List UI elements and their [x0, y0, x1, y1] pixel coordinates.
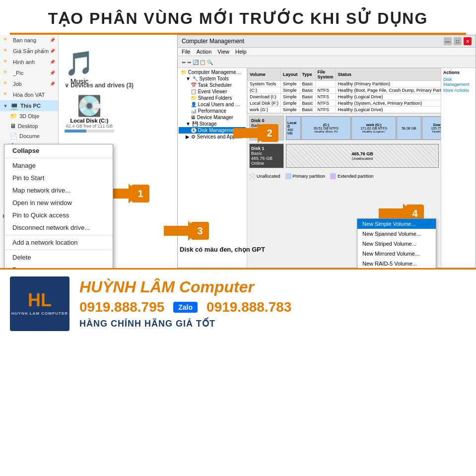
arrow1-badge: 1 [132, 185, 149, 203]
pin-icon: 📌 [50, 81, 55, 86]
cm-separator2 [4, 235, 113, 235]
disk1-label: Disk 1 Basic 465.76 GB Online [249, 143, 284, 168]
col-filesystem: File System [315, 68, 336, 81]
star-icon: ★ [3, 47, 11, 55]
pin-icon: 📌 [50, 49, 55, 54]
tree-item-shared-folders[interactable]: 📁 Shared Folders [179, 95, 246, 101]
arrow2-badge: 2 [261, 124, 278, 142]
cm-item-addnetworklocation[interactable]: Add a network location [4, 236, 113, 249]
menu-file[interactable]: File [182, 49, 191, 55]
cm-item-delete[interactable]: Delete [4, 251, 113, 264]
music-folder-icon: 🎵 [65, 50, 94, 77]
tree-item-device-manager[interactable]: 🖥 Device Manager [179, 114, 246, 121]
disk0-part-download[interactable]: Download (I:) 135.75 GB NTFS Healthy (Lo… [422, 116, 441, 140]
cm-item-pintostart[interactable]: Pin to Start [4, 172, 113, 184]
star-icon: ★ [3, 91, 11, 99]
page-title: TẠO PHÂN VÙNG MỚI TRƯỚC KHI SỬ DỤNG [0, 0, 476, 33]
csm-item-newstriped[interactable]: New Striped Volume... [357, 239, 436, 249]
extended-legend-icon [330, 173, 336, 179]
action-disk-management[interactable]: Disk Management [443, 77, 474, 87]
bottom-banner: HL HUYNH LAM COMPUTER HUỲNH LÂM Computer… [0, 268, 476, 338]
cm-item-collapse[interactable]: Collapse [4, 144, 113, 157]
menu-action[interactable]: Action [197, 49, 212, 55]
cm-separator3 [4, 250, 113, 250]
disk0-part-small[interactable]: 58.38 GB [397, 116, 421, 140]
company-logo: HL HUYNH LAM COMPUTER [10, 276, 69, 331]
folder-icon: 📁 [10, 113, 17, 120]
table-row: Local Disk (F:) Simple Basic NTFS Health… [248, 100, 441, 107]
legend-unallocated: Unallocated [257, 174, 280, 179]
disk0-part-locald[interactable]: Local D 480 MB [286, 116, 301, 140]
csm-item-newspanned[interactable]: New Spanned Volume... [357, 229, 436, 239]
arrow2-container: 2 [233, 123, 286, 143]
pin-icon: 📌 [50, 38, 55, 43]
minimize-button[interactable]: — [444, 37, 452, 45]
banner-info: HUỲNH LÂM Computer 0919.888.795 Zalo 091… [79, 278, 466, 329]
cm-item-manage[interactable]: Manage [4, 159, 113, 172]
sidebar-item-3dobj[interactable]: 📁 3D Obje [0, 111, 58, 121]
sidebar-item-desktop[interactable]: 🖥 Desktop [0, 121, 58, 131]
chevron-down-icon: ▼ [3, 103, 8, 109]
tree-item-computer-mgmt[interactable]: 📁 Computer Management (Loca [179, 69, 246, 75]
csm-item-newmirrored[interactable]: New Mirrored Volume... [357, 249, 436, 259]
tree-item-performance[interactable]: 📊 Performance [179, 108, 246, 114]
cm-menubar: File Action View Help [178, 48, 476, 56]
primary-legend-icon [285, 173, 291, 179]
company-name: HUỲNH LÂM Computer [79, 278, 466, 296]
legend-primary: Primary partition [293, 174, 326, 179]
close-button[interactable]: ✕ [464, 37, 472, 45]
pc-icon: 💻 [10, 102, 18, 110]
cm-separator [4, 158, 113, 158]
cm-item-openinnewwindow[interactable]: Open in new window [4, 197, 113, 209]
cm-item-rename[interactable]: Rename [4, 264, 113, 268]
menu-help[interactable]: Help [235, 49, 247, 55]
local-disk-space: 62.4 GB free of 111 GB [66, 124, 113, 129]
disk0-part-work[interactable]: work (G:) 171.62 GB NTFS Healthy (Logica… [351, 116, 396, 140]
actions-panel: Actions Disk Management More Actions [441, 68, 476, 268]
csm-item-newsimple[interactable]: New Simple Volume... [357, 219, 436, 229]
disk-text-label: Disk có màu đen, chọn GPT [180, 246, 265, 253]
music-folder-area: 🎵 Music [65, 50, 94, 85]
legend-extended: Extended partition [338, 174, 374, 179]
cm-item-pintoquickaccess[interactable]: Pin to Quick access [4, 209, 113, 221]
arrow3-container: 3 [164, 221, 216, 241]
tree-item-system-tools[interactable]: ▼ 🔧 System Tools [179, 75, 246, 82]
tree-item-local-users[interactable]: 👤 Local Users and Groups... [179, 101, 246, 108]
sidebar-item-hoadonvat[interactable]: ★ Hóa đon VAT [0, 89, 58, 100]
document-icon: 📄 [10, 133, 17, 139]
sidebar-item-hinhanh[interactable]: ★ Hinh anh 📌 [0, 57, 58, 68]
disk-space-bar [65, 130, 114, 133]
logo-letters: HL [28, 291, 52, 309]
disk1-part-unallocated[interactable]: 465.76 GB Unallocated [286, 144, 439, 168]
tree-item-task-scheduler[interactable]: 📅 Task Scheduler [179, 82, 246, 88]
sidebar-item-job[interactable]: ★ Job 📌 [0, 78, 58, 89]
logo-subtitle: HUYNH LAM COMPUTER [11, 311, 68, 316]
company-type: Computer [179, 278, 254, 296]
cm-titlebar: Computer Management — □ ✕ [178, 35, 476, 48]
disk0-part-c[interactable]: (C:) 99.51 GB NTFS Healthy (Boot, Pri [301, 116, 351, 140]
devices-drives-label: ∨ Devices and drives (3) [65, 82, 134, 89]
arrow3-badge: 3 [191, 222, 209, 240]
csm-item-newraid5[interactable]: New RAID-5 Volume... [357, 259, 436, 268]
sidebar-item-bannang[interactable]: ★ Ban nang 📌 [0, 35, 58, 46]
sidebar-item-thispc[interactable]: ▼ 💻 This PC [0, 100, 58, 111]
tree-item-event-viewer[interactable]: 📋 Event Viewer [179, 88, 246, 95]
zalo-badge: Zalo [173, 302, 198, 313]
sidebar-item-pic[interactable]: ★ _Pic 📌 [0, 68, 58, 78]
desktop-icon: 🖥 [10, 123, 16, 130]
cm-item-mapnetworkdrive[interactable]: Map network drive... [4, 184, 113, 197]
toolbar-icons: ⬅ ➡ 🔄 📋 🔍 [182, 60, 213, 65]
cm-item-disconnectnetwork[interactable]: Disconnect network drive... [4, 221, 113, 234]
sidebar-item-documents[interactable]: 📄 Docume [0, 131, 58, 141]
action-more-actions[interactable]: More Actions [443, 88, 474, 93]
menu-view[interactable]: View [217, 49, 229, 55]
sidebar-item-giasanpham[interactable]: ★ Giá Sản phẩm 📌 [0, 46, 58, 57]
col-layout: Layout [281, 68, 300, 81]
col-type: Type [300, 68, 315, 81]
star-icon: ★ [3, 80, 11, 88]
disk-space-used [65, 130, 86, 133]
local-disk-label: Local Disk (C:) [70, 118, 108, 124]
context-menu: Collapse Manage Pin to Start Map network… [4, 144, 113, 268]
phone1: 0919.888.795 [79, 299, 164, 315]
maximize-button[interactable]: □ [454, 37, 462, 45]
